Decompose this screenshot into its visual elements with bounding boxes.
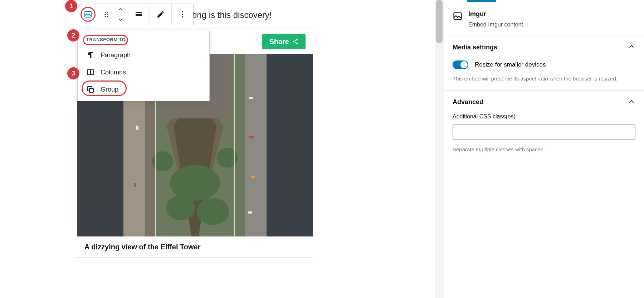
svg-rect-28	[136, 12, 142, 13]
panel-title: Advanced	[453, 98, 483, 106]
editor-canvas: ating is this discovery! Share	[0, 0, 442, 298]
align-button[interactable]	[128, 4, 150, 25]
sidebar-scrollbar[interactable]	[435, 0, 444, 298]
svg-point-2	[296, 43, 298, 44]
pencil-icon	[156, 10, 165, 19]
block-toolbar	[77, 4, 194, 25]
resize-toggle[interactable]	[453, 60, 468, 69]
sidebar-scroll-thumb[interactable]	[436, 0, 443, 43]
group-icon	[86, 85, 95, 94]
svg-rect-17	[251, 176, 255, 178]
block-description: Embed Imgur content.	[468, 21, 525, 28]
svg-rect-5	[245, 54, 267, 236]
transform-item-label: Group	[101, 86, 118, 93]
resize-help: This embed will preserve its aspect rati…	[453, 75, 635, 83]
advanced-panel: Advanced Additional CSS class(es) Separa…	[444, 90, 644, 161]
edit-button[interactable]	[150, 4, 171, 25]
share-label: Share	[269, 38, 289, 46]
toggle-knob	[460, 61, 468, 68]
advanced-header[interactable]: Advanced	[453, 98, 635, 107]
move-up-button[interactable]	[113, 4, 128, 14]
ellipsis-icon	[178, 10, 187, 19]
svg-rect-15	[249, 97, 253, 99]
svg-rect-20	[134, 183, 136, 187]
svg-point-24	[105, 14, 106, 15]
svg-rect-18	[248, 211, 252, 214]
more-options-button[interactable]	[172, 4, 193, 25]
callout-1: 1	[65, 0, 77, 12]
svg-point-1	[293, 41, 294, 43]
svg-point-31	[182, 14, 183, 15]
imgur-icon	[453, 11, 463, 21]
chevron-up-icon	[628, 43, 635, 52]
pilcrow-icon	[86, 51, 95, 59]
chevron-up-icon	[118, 6, 123, 12]
transform-item-paragraph[interactable]: Paragraph	[78, 47, 209, 64]
svg-rect-16	[249, 136, 254, 138]
paragraph-text[interactable]: ating is this discovery!	[188, 10, 272, 20]
svg-point-26	[105, 16, 106, 17]
svg-point-10	[197, 198, 229, 225]
svg-rect-29	[136, 14, 142, 16]
columns-icon	[86, 68, 95, 77]
block-card: Imgur Embed Imgur content.	[444, 2, 644, 35]
svg-point-0	[296, 39, 298, 41]
imgur-icon	[84, 10, 92, 19]
share-button[interactable]: Share	[262, 34, 306, 49]
svg-rect-36	[89, 88, 93, 92]
svg-point-22	[105, 12, 106, 13]
transform-item-columns[interactable]: Columns	[78, 64, 209, 81]
svg-point-9	[166, 195, 195, 220]
share-icon	[292, 38, 298, 45]
callout-3: 3	[67, 67, 79, 79]
svg-point-25	[107, 14, 108, 15]
svg-point-23	[107, 12, 108, 13]
media-settings-panel: Media settings Resize for smaller device…	[444, 35, 644, 90]
svg-point-30	[182, 11, 183, 13]
move-down-button[interactable]	[113, 14, 128, 25]
css-class-input[interactable]	[453, 124, 635, 140]
transform-item-group[interactable]: Group	[78, 81, 209, 98]
transform-popover: TRANSFORM TO Paragraph Columns Group	[77, 31, 210, 101]
align-icon	[135, 10, 143, 19]
svg-point-27	[107, 16, 108, 17]
resize-toggle-row: Resize for smaller devices	[453, 60, 635, 69]
panel-title: Media settings	[453, 44, 497, 51]
transform-item-label: Paragraph	[101, 52, 131, 59]
css-label: Additional CSS class(es)	[453, 113, 635, 120]
css-help: Separate multiple classes with spaces.	[453, 146, 635, 154]
svg-point-8	[170, 165, 220, 201]
settings-sidebar: Imgur Embed Imgur content. Media setting…	[444, 0, 644, 298]
block-name: Imgur	[468, 10, 525, 18]
chevron-down-icon	[118, 17, 123, 23]
embed-caption: A dizzying view of the Eiffel Tower	[77, 236, 313, 258]
drag-handle-icon	[102, 10, 111, 19]
transform-item-label: Columns	[101, 69, 126, 76]
block-movers	[113, 4, 128, 25]
drag-handle-button[interactable]	[99, 4, 113, 25]
resize-label: Resize for smaller devices	[475, 61, 546, 68]
block-type-button[interactable]	[77, 4, 99, 25]
transform-header: TRANSFORM TO	[78, 31, 209, 47]
svg-point-32	[182, 16, 183, 18]
svg-rect-19	[136, 126, 138, 130]
chevron-up-icon	[628, 98, 635, 107]
media-settings-header[interactable]: Media settings	[453, 43, 635, 52]
callout-2: 2	[67, 29, 79, 41]
